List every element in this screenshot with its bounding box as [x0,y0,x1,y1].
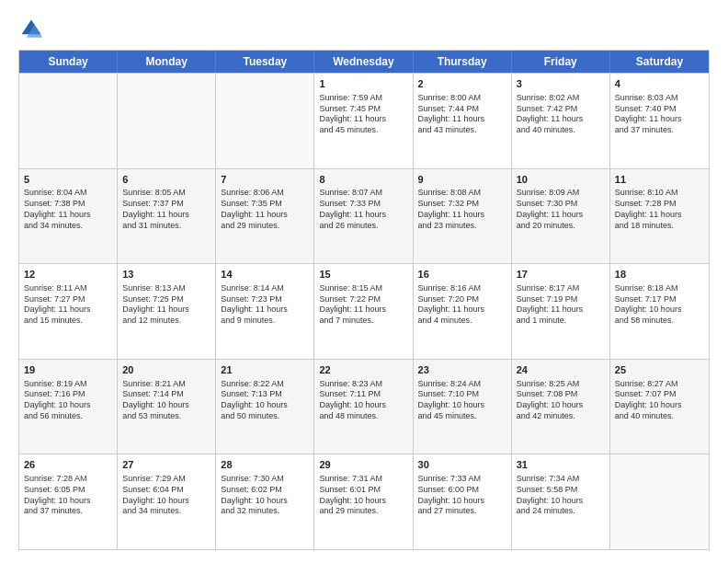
calendar-cell-26: 26Sunrise: 7:28 AM Sunset: 6:05 PM Dayli… [19,454,118,549]
calendar-cell-3: 3Sunrise: 8:02 AM Sunset: 7:42 PM Daylig… [512,74,610,168]
day-number: 16 [418,268,506,282]
day-number: 25 [615,363,704,377]
weekday-header-wednesday: Wednesday [314,51,413,73]
calendar-row-4: 26Sunrise: 7:28 AM Sunset: 6:05 PM Dayli… [19,454,709,549]
cell-info: Sunrise: 8:23 AM Sunset: 7:11 PM Dayligh… [319,379,407,422]
calendar-cell-8: 8Sunrise: 8:07 AM Sunset: 7:33 PM Daylig… [314,169,413,264]
cell-info: Sunrise: 8:03 AM Sunset: 7:40 PM Dayligh… [615,93,704,136]
day-number: 28 [221,458,309,472]
day-number: 27 [122,458,210,472]
logo-icon [18,17,44,42]
day-number: 24 [517,363,605,377]
cell-info: Sunrise: 8:25 AM Sunset: 7:08 PM Dayligh… [517,379,605,422]
cell-info: Sunrise: 7:33 AM Sunset: 6:00 PM Dayligh… [418,474,506,517]
calendar-cell-12: 12Sunrise: 8:11 AM Sunset: 7:27 PM Dayli… [19,264,118,359]
calendar-cell-30: 30Sunrise: 7:33 AM Sunset: 6:00 PM Dayli… [414,454,512,549]
calendar-cell-empty-0-2 [216,74,314,168]
cell-info: Sunrise: 7:29 AM Sunset: 6:04 PM Dayligh… [122,474,210,517]
calendar-row-1: 5Sunrise: 8:04 AM Sunset: 7:38 PM Daylig… [19,168,709,264]
calendar-cell-18: 18Sunrise: 8:18 AM Sunset: 7:17 PM Dayli… [610,264,709,359]
cell-info: Sunrise: 7:30 AM Sunset: 6:02 PM Dayligh… [221,474,309,517]
calendar-cell-6: 6Sunrise: 8:05 AM Sunset: 7:37 PM Daylig… [118,169,216,264]
cell-info: Sunrise: 7:59 AM Sunset: 7:45 PM Dayligh… [319,93,407,136]
day-number: 13 [122,268,210,282]
cell-info: Sunrise: 8:27 AM Sunset: 7:07 PM Dayligh… [615,379,704,422]
logo [18,17,48,42]
day-number: 3 [517,77,605,91]
calendar: SundayMondayTuesdayWednesdayThursdayFrid… [18,50,710,550]
weekday-header-sunday: Sunday [19,51,118,73]
calendar-cell-20: 20Sunrise: 8:21 AM Sunset: 7:14 PM Dayli… [118,360,216,454]
calendar-cell-17: 17Sunrise: 8:17 AM Sunset: 7:19 PM Dayli… [512,264,610,359]
calendar-cell-empty-0-1 [118,74,216,168]
calendar-cell-23: 23Sunrise: 8:24 AM Sunset: 7:10 PM Dayli… [414,360,512,454]
cell-info: Sunrise: 8:09 AM Sunset: 7:30 PM Dayligh… [517,188,605,231]
calendar-cell-11: 11Sunrise: 8:10 AM Sunset: 7:28 PM Dayli… [610,169,709,264]
day-number: 9 [418,173,506,187]
cell-info: Sunrise: 8:00 AM Sunset: 7:44 PM Dayligh… [418,93,506,136]
calendar-cell-13: 13Sunrise: 8:13 AM Sunset: 7:25 PM Dayli… [118,264,216,359]
cell-info: Sunrise: 7:28 AM Sunset: 6:05 PM Dayligh… [24,474,112,517]
day-number: 14 [221,268,309,282]
cell-info: Sunrise: 8:04 AM Sunset: 7:38 PM Dayligh… [24,188,112,231]
page: SundayMondayTuesdayWednesdayThursdayFrid… [0,0,728,563]
calendar-cell-9: 9Sunrise: 8:08 AM Sunset: 7:32 PM Daylig… [414,169,512,264]
day-number: 21 [221,363,309,377]
cell-info: Sunrise: 8:15 AM Sunset: 7:22 PM Dayligh… [319,283,407,327]
weekday-header-saturday: Saturday [610,51,709,73]
calendar-cell-14: 14Sunrise: 8:14 AM Sunset: 7:23 PM Dayli… [216,264,314,359]
calendar-row-3: 19Sunrise: 8:19 AM Sunset: 7:16 PM Dayli… [19,359,709,454]
cell-info: Sunrise: 8:02 AM Sunset: 7:42 PM Dayligh… [517,93,605,136]
cell-info: Sunrise: 8:10 AM Sunset: 7:28 PM Dayligh… [615,188,704,231]
header [18,17,710,42]
day-number: 4 [615,77,704,91]
cell-info: Sunrise: 8:22 AM Sunset: 7:13 PM Dayligh… [221,379,309,422]
calendar-cell-28: 28Sunrise: 7:30 AM Sunset: 6:02 PM Dayli… [216,454,314,549]
weekday-header-tuesday: Tuesday [216,51,314,73]
cell-info: Sunrise: 8:19 AM Sunset: 7:16 PM Dayligh… [24,379,112,422]
cell-info: Sunrise: 8:18 AM Sunset: 7:17 PM Dayligh… [615,283,704,327]
calendar-cell-15: 15Sunrise: 8:15 AM Sunset: 7:22 PM Dayli… [314,264,413,359]
day-number: 31 [517,458,605,472]
cell-info: Sunrise: 8:14 AM Sunset: 7:23 PM Dayligh… [221,283,309,327]
calendar-cell-7: 7Sunrise: 8:06 AM Sunset: 7:35 PM Daylig… [216,169,314,264]
day-number: 10 [517,173,605,187]
calendar-row-0: 1Sunrise: 7:59 AM Sunset: 7:45 PM Daylig… [19,73,709,168]
calendar-cell-27: 27Sunrise: 7:29 AM Sunset: 6:04 PM Dayli… [118,454,216,549]
calendar-cell-19: 19Sunrise: 8:19 AM Sunset: 7:16 PM Dayli… [19,360,118,454]
calendar-cell-22: 22Sunrise: 8:23 AM Sunset: 7:11 PM Dayli… [314,360,413,454]
calendar-cell-16: 16Sunrise: 8:16 AM Sunset: 7:20 PM Dayli… [414,264,512,359]
cell-info: Sunrise: 8:07 AM Sunset: 7:33 PM Dayligh… [319,188,407,231]
day-number: 29 [319,458,407,472]
weekday-header-monday: Monday [118,51,216,73]
day-number: 23 [418,363,506,377]
cell-info: Sunrise: 8:17 AM Sunset: 7:19 PM Dayligh… [517,283,605,327]
calendar-cell-21: 21Sunrise: 8:22 AM Sunset: 7:13 PM Dayli… [216,360,314,454]
cell-info: Sunrise: 8:11 AM Sunset: 7:27 PM Dayligh… [24,283,112,327]
day-number: 8 [319,173,407,187]
cell-info: Sunrise: 8:06 AM Sunset: 7:35 PM Dayligh… [221,188,309,231]
day-number: 11 [615,173,704,187]
calendar-cell-25: 25Sunrise: 8:27 AM Sunset: 7:07 PM Dayli… [610,360,709,454]
cell-info: Sunrise: 8:16 AM Sunset: 7:20 PM Dayligh… [418,283,506,327]
day-number: 12 [24,268,112,282]
calendar-cell-4: 4Sunrise: 8:03 AM Sunset: 7:40 PM Daylig… [610,74,709,168]
day-number: 17 [517,268,605,282]
day-number: 30 [418,458,506,472]
weekday-header-friday: Friday [512,51,610,73]
calendar-cell-2: 2Sunrise: 8:00 AM Sunset: 7:44 PM Daylig… [414,74,512,168]
cell-info: Sunrise: 7:31 AM Sunset: 6:01 PM Dayligh… [319,474,407,517]
calendar-cell-empty-4-6 [610,454,709,549]
weekday-header-thursday: Thursday [414,51,512,73]
cell-info: Sunrise: 7:34 AM Sunset: 5:58 PM Dayligh… [517,474,605,517]
day-number: 26 [24,458,112,472]
day-number: 19 [24,363,112,377]
day-number: 20 [122,363,210,377]
day-number: 6 [122,173,210,187]
calendar-header: SundayMondayTuesdayWednesdayThursdayFrid… [19,51,709,73]
calendar-cell-1: 1Sunrise: 7:59 AM Sunset: 7:45 PM Daylig… [314,74,413,168]
calendar-row-2: 12Sunrise: 8:11 AM Sunset: 7:27 PM Dayli… [19,263,709,359]
calendar-cell-29: 29Sunrise: 7:31 AM Sunset: 6:01 PM Dayli… [314,454,413,549]
calendar-cell-5: 5Sunrise: 8:04 AM Sunset: 7:38 PM Daylig… [19,169,118,264]
day-number: 7 [221,173,309,187]
